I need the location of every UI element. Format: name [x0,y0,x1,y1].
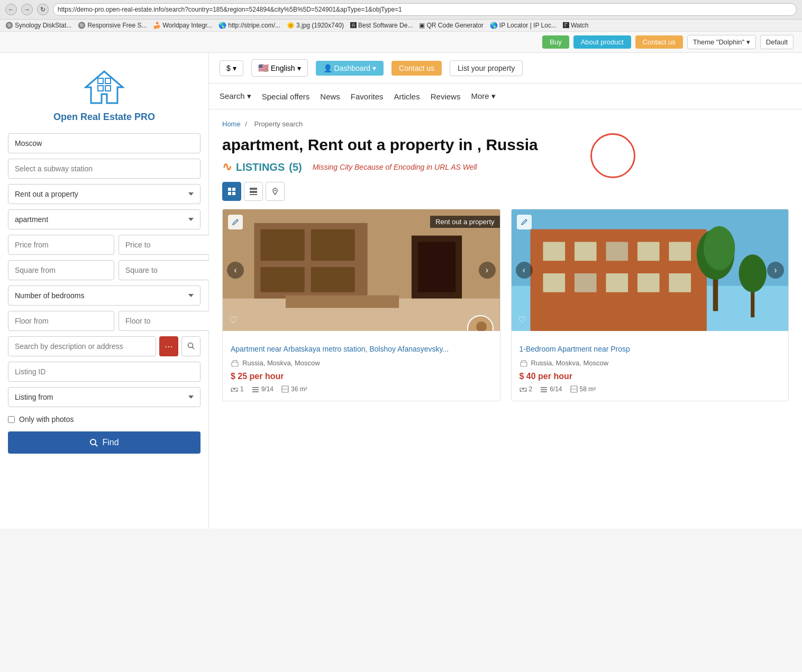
svg-point-16 [275,190,276,191]
card-specs-1: 1 9/14 [231,385,492,393]
list-property-button[interactable]: List your property [450,60,523,76]
svg-rect-4 [105,86,111,91]
nav-item-favorites[interactable]: Favorites [351,89,384,104]
card-image-2 [512,209,789,331]
price-from-input[interactable] [8,235,114,255]
property-card-2: ‹ › ♡ 1-Bedroom Apartment near Prosp [511,209,789,401]
nav-item-more[interactable]: More ▾ [471,89,495,104]
card-body-2: 1-Bedroom Apartment near Prosp Russia, M… [512,331,789,401]
nav-item-news[interactable]: News [320,89,340,104]
bookmark-responsive[interactable]: 🔘 Responsive Free S... [78,22,147,29]
site-nav: Search ▾ Special offers News Favorites A… [209,84,802,109]
floor-spec-1: 9/14 [252,385,274,393]
bedrooms-select[interactable]: Number of bedrooms [8,286,200,306]
search-go-button[interactable] [181,336,200,356]
svg-line-8 [95,444,97,446]
flag-icon: 🇺🇸 [258,63,269,73]
card-next-button-2[interactable]: › [767,262,784,279]
floor-row [8,311,200,331]
favorite-icon-2[interactable]: ♡ [518,314,526,326]
currency-button[interactable]: $ ▾ [220,60,243,76]
bookmark-jpg[interactable]: 🌞 3.jpg (1920x740) [287,22,344,29]
card-next-button-1[interactable]: › [479,262,496,279]
page-title: apartment, Rent out a property in , Russ… [222,136,789,154]
nav-item-reviews[interactable]: Reviews [431,89,461,104]
dashboard-button[interactable]: 👤 Dashboard ▾ [316,61,384,76]
site-header: $ ▾ 🇺🇸 English ▾ 👤 Dashboard ▾ Contact u… [209,53,802,84]
back-button[interactable]: ← [5,4,17,15]
admin-top-bar: Buy About product Contact us Theme "Dolp… [0,32,802,53]
svg-rect-37 [252,389,259,390]
card-title-link-2[interactable]: 1-Bedroom Apartment near Prosp [520,345,630,353]
logo-title: Open Real Estate PRO [8,112,200,123]
list-icon [249,187,258,196]
square-from-input[interactable] [8,260,114,280]
card-edit-button-2[interactable] [517,215,532,229]
property-type-select[interactable]: apartment [8,209,200,229]
listing-from-select[interactable]: Listing from [8,387,200,407]
refresh-button[interactable]: ↻ [37,4,49,15]
url-bar[interactable] [53,3,797,16]
map-view-button[interactable] [266,182,285,201]
bookmark-software[interactable]: 🅰 Best Software De... [350,22,413,29]
favorite-icon-1[interactable]: ♡ [229,314,238,326]
svg-rect-25 [286,296,399,308]
bedrooms-spec-2: 2 [520,385,533,393]
property-card: Rent out a property ‹ › ♡ [222,209,500,401]
breadcrumb: Home / Property search [222,120,789,128]
theme-button[interactable]: Theme "Dolphin" ▾ [687,35,756,49]
card-title-link-1[interactable]: Apartment near Arbatskaya metro station,… [231,345,449,353]
card-title-2: 1-Bedroom Apartment near Prosp [520,344,781,355]
admin-contact-button[interactable]: Contact us [635,35,683,49]
search-icon [187,342,195,349]
forward-button[interactable]: → [21,4,33,15]
svg-rect-27 [418,242,455,292]
card-prev-button-1[interactable]: ‹ [227,262,244,279]
nav-item-special-offers[interactable]: Special offers [262,89,310,104]
svg-rect-45 [543,242,565,261]
bookmark-synology[interactable]: 🔘 Synology DiskStat... [5,22,71,29]
svg-point-7 [90,439,96,445]
default-button[interactable]: Default [760,35,794,49]
svg-rect-67 [541,391,547,392]
bookmark-qr[interactable]: ▣ QR Code Generator [419,22,483,29]
area-spec-2: 58 m² [570,385,596,393]
list-view-button[interactable] [244,182,263,201]
svg-marker-0 [86,71,123,103]
nav-item-articles[interactable]: Articles [394,89,420,104]
bookmark-stripe[interactable]: 🌎 http://stripe.com/... [218,22,280,29]
find-button[interactable]: Find [8,431,200,454]
card-prev-button-2[interactable]: ‹ [516,262,533,279]
bookmark-ip[interactable]: 🌎 IP Locator | IP Loc... [490,22,557,29]
avatar-image-1 [468,316,494,331]
city-input[interactable] [8,133,200,153]
svg-rect-66 [541,389,547,390]
bedrooms-spec-1: 1 [231,385,244,393]
card-image-area-2: ‹ › ♡ [512,209,789,331]
card-edit-button-1[interactable] [228,215,243,229]
card-specs-2: 2 6/14 [520,385,781,393]
title-area: apartment, Rent out a property in , Russ… [222,136,789,160]
floor-icon-2 [540,385,548,393]
search-extra-button[interactable]: ⋯ [159,336,178,356]
rss-icon: ∿ [222,160,232,174]
view-toggle [222,182,789,201]
subway-station-input[interactable] [8,159,200,179]
language-button[interactable]: 🇺🇸 English ▾ [251,59,308,77]
nav-item-search[interactable]: Search ▾ [220,89,251,104]
only-photos-checkbox[interactable] [8,416,15,423]
floor-from-input[interactable] [8,311,114,331]
breadcrumb-home[interactable]: Home [222,120,241,128]
listing-id-input[interactable] [8,362,200,382]
search-desc-input[interactable] [8,336,156,356]
card-title-1: Apartment near Arbatskaya metro station,… [231,344,492,355]
about-product-button[interactable]: About product [573,35,631,49]
bookmark-worldpay[interactable]: 🍰 Worldpay Integr... [153,22,212,29]
location-icon-1 [231,359,239,367]
svg-rect-64 [522,388,524,390]
deal-type-select[interactable]: Rent out a property [8,184,200,204]
bookmark-watch[interactable]: 🅵 Watch [563,22,589,29]
header-contact-button[interactable]: Contact us [391,61,442,76]
buy-button[interactable]: Buy [542,35,569,49]
grid-view-button[interactable] [222,182,241,201]
